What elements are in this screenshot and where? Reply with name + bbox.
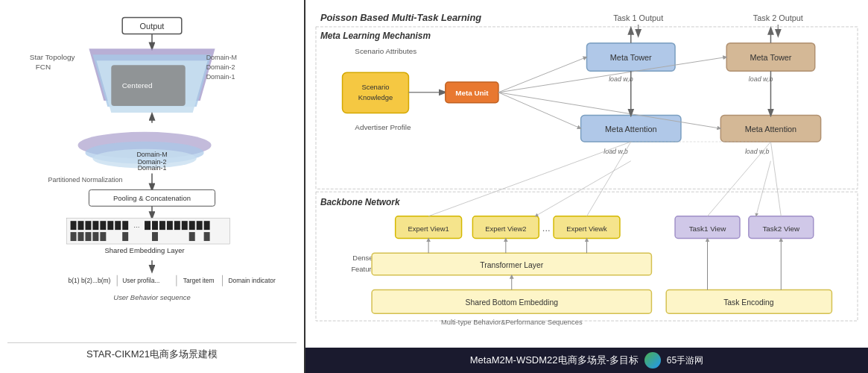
svg-rect-49 (100, 232, 106, 241)
svg-rect-30 (92, 221, 98, 230)
svg-text:...: ... (133, 221, 139, 229)
svg-rect-52 (189, 232, 195, 241)
svg-text:b(1) b(2)...b(m): b(1) b(2)...b(m) (69, 277, 111, 284)
left-diagram: Output Star Topology FCN Centered (7, 7, 297, 342)
svg-text:Dense: Dense (352, 254, 373, 262)
svg-rect-37 (152, 221, 158, 230)
svg-rect-41 (182, 221, 188, 230)
right-caption-text: MetaM2M-WSDM22电商多场景-多目标 (470, 354, 639, 367)
svg-text:Poisson Based Multi-Task Learn: Poisson Based Multi-Task Learning (320, 12, 481, 23)
svg-text:Shared Bottom Embedding: Shared Bottom Embedding (466, 298, 559, 307)
svg-rect-53 (204, 232, 210, 241)
svg-rect-29 (85, 221, 91, 230)
svg-rect-31 (100, 221, 106, 230)
logo-text: 65手游网 (667, 354, 703, 367)
right-caption: MetaM2M-WSDM22电商多场景-多目标 65手游网 (305, 348, 868, 373)
svg-text:User Behavior sequence: User Behavior sequence (113, 293, 190, 301)
svg-text:Meta Learning Mechanism: Meta Learning Mechanism (320, 31, 431, 41)
svg-rect-36 (145, 221, 151, 230)
svg-text:Domain-1: Domain-1 (138, 164, 167, 172)
svg-text:Domain-2: Domain-2 (206, 63, 235, 71)
svg-text:load w,b: load w,b (749, 75, 773, 83)
svg-text:Multi-type Behavior&Performanc: Multi-type Behavior&Performance Sequence… (441, 319, 583, 326)
svg-rect-39 (167, 221, 173, 230)
svg-rect-51 (152, 232, 158, 241)
svg-rect-40 (174, 221, 180, 230)
svg-text:Domain-M: Domain-M (206, 54, 237, 61)
svg-text:Task1 View: Task1 View (689, 225, 727, 233)
svg-text:Domain-1: Domain-1 (206, 73, 235, 81)
svg-rect-28 (78, 221, 84, 230)
svg-text:Scenario Attributes: Scenario Attributes (355, 47, 416, 55)
svg-rect-42 (189, 221, 195, 230)
right-diagram-area: Poisson Based Multi-Task Learning Task 1… (305, 0, 868, 348)
svg-rect-34 (122, 221, 128, 230)
svg-text:Meta Tower: Meta Tower (750, 53, 791, 62)
svg-text:Output: Output (140, 22, 165, 31)
svg-rect-38 (159, 221, 165, 230)
svg-text:Shared Embedding Layer: Shared Embedding Layer (105, 246, 185, 254)
svg-text:...: ... (542, 222, 551, 233)
svg-text:Centered: Centered (122, 81, 153, 90)
svg-rect-27 (71, 221, 77, 230)
svg-rect-50 (122, 232, 128, 241)
svg-text:Expert Viewk: Expert Viewk (566, 225, 607, 233)
svg-rect-73 (343, 72, 409, 113)
svg-text:Expert View1: Expert View1 (408, 225, 449, 233)
svg-text:User profila...: User profila... (122, 277, 159, 284)
svg-text:Task2 View: Task2 View (762, 225, 800, 233)
left-panel: Output Star Topology FCN Centered (0, 0, 305, 373)
svg-text:Meta Tower: Meta Tower (610, 53, 652, 62)
svg-text:Partitioned Normalization: Partitioned Normalization (48, 176, 123, 184)
svg-text:load w,b: load w,b (609, 75, 633, 83)
left-caption: STAR-CIKM21电商多场景建模 (7, 342, 297, 366)
svg-text:Task 1 Output: Task 1 Output (613, 13, 663, 22)
svg-text:Meta Unit: Meta Unit (455, 89, 489, 97)
svg-text:Star Topology: Star Topology (30, 53, 75, 61)
svg-text:Task Encoding: Task Encoding (723, 298, 774, 307)
svg-text:Expert View2: Expert View2 (485, 225, 526, 233)
svg-rect-33 (115, 221, 121, 230)
svg-rect-43 (197, 221, 203, 230)
main-container: Output Star Topology FCN Centered (0, 0, 868, 373)
svg-text:Pooling & Concatenation: Pooling & Concatenation (113, 194, 191, 202)
svg-rect-46 (78, 232, 84, 241)
svg-text:Meta Attention: Meta Attention (605, 125, 656, 134)
svg-text:FCN: FCN (36, 63, 51, 71)
svg-text:Scenario: Scenario (361, 84, 389, 91)
left-caption-text: STAR-CIKM21电商多场景建模 (86, 348, 218, 360)
svg-text:Knowledge: Knowledge (358, 94, 393, 101)
svg-rect-48 (92, 232, 98, 241)
svg-text:Domain indicator: Domain indicator (228, 277, 276, 284)
svg-rect-32 (107, 221, 113, 230)
svg-text:Transformer Layer: Transformer Layer (480, 261, 543, 269)
svg-text:Meta Attention: Meta Attention (745, 125, 796, 134)
svg-text:Task 2 Output: Task 2 Output (753, 13, 803, 22)
svg-text:Domain-M: Domain-M (136, 151, 167, 158)
svg-text:load w,b: load w,b (604, 148, 628, 155)
svg-text:load w,b: load w,b (745, 148, 770, 155)
svg-rect-45 (71, 232, 77, 241)
svg-text:Backbone Network: Backbone Network (320, 197, 401, 207)
svg-text:Advertiser Profile: Advertiser Profile (355, 123, 411, 131)
svg-rect-44 (204, 221, 210, 230)
svg-rect-47 (85, 232, 91, 241)
right-panel: Poisson Based Multi-Task Learning Task 1… (305, 0, 868, 373)
svg-text:Target item: Target item (183, 277, 215, 284)
logo-icon (644, 352, 661, 369)
